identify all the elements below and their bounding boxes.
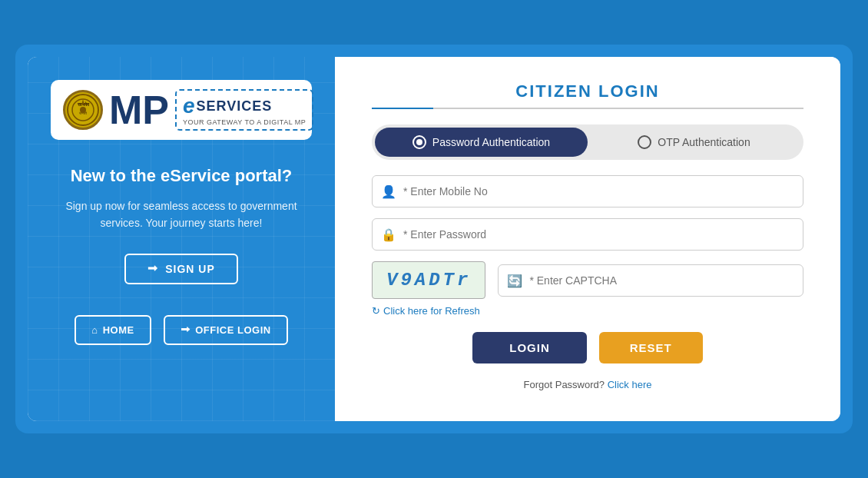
home-label: HOME — [103, 324, 134, 336]
logo-tagline: YOUR GATEWAY TO A DIGITAL MP — [183, 118, 306, 126]
password-radio-icon — [412, 135, 426, 149]
refresh-link[interactable]: ↻ Click here for Refresh — [372, 305, 803, 317]
logo-services-text: SERVICES — [197, 98, 273, 115]
logo-e-text: e — [183, 94, 195, 118]
password-auth-option[interactable]: Password Authentication — [375, 128, 588, 157]
office-icon: ⮕ — [181, 324, 191, 336]
refresh-text: Click here for Refresh — [383, 305, 480, 317]
forgot-link[interactable]: Click here — [608, 379, 652, 390]
left-subtext: Sign up now for seamless access to gover… — [51, 198, 312, 232]
title-divider — [372, 108, 803, 109]
left-panel: सत्यमेव जयते MP e SERVICES YOUR GATEWAY … — [28, 57, 335, 421]
logo-box: सत्यमेव जयते MP e SERVICES YOUR GATEWAY … — [51, 80, 312, 140]
captcha-image: V9ADTr — [372, 261, 485, 299]
otp-auth-option[interactable]: OTP Authentication — [588, 128, 800, 157]
captcha-input-group: 🔄 — [498, 264, 803, 297]
mobile-input[interactable] — [372, 175, 803, 207]
refresh-icon: ↻ — [372, 305, 380, 317]
signup-button[interactable]: ⮕ SIGN UP — [124, 254, 238, 284]
left-heading: New to the eService portal? — [71, 164, 293, 188]
login-button[interactable]: LOGIN — [472, 332, 587, 363]
bottom-btns: ⌂ HOME ⮕ OFFICE LOGIN — [75, 315, 287, 345]
signup-label: SIGN UP — [165, 263, 215, 275]
action-buttons: LOGIN RESET — [472, 332, 703, 363]
reset-button[interactable]: RESET — [599, 332, 703, 363]
captcha-row: V9ADTr 🔄 — [372, 261, 803, 299]
captcha-icon: 🔄 — [507, 273, 522, 287]
password-auth-label: Password Authentication — [432, 136, 550, 148]
right-panel: CITIZEN LOGIN Password Authentication OT… — [335, 57, 840, 421]
lock-icon: 🔒 — [381, 227, 396, 242]
mobile-input-group: 👤 — [372, 175, 803, 207]
auth-toggle: Password Authentication OTP Authenticati… — [372, 124, 803, 160]
office-login-button[interactable]: ⮕ OFFICE LOGIN — [164, 315, 288, 345]
captcha-input[interactable] — [498, 264, 803, 297]
page-title: CITIZEN LOGIN — [515, 81, 659, 101]
outer-card: सत्यमेव जयते MP e SERVICES YOUR GATEWAY … — [15, 45, 853, 433]
otp-auth-label: OTP Authentication — [658, 136, 750, 148]
forgot-static-text: Forgot Password? — [524, 379, 605, 390]
password-input[interactable] — [372, 218, 803, 251]
office-login-label: OFFICE LOGIN — [195, 324, 270, 336]
otp-radio-icon — [638, 135, 651, 149]
password-input-group: 🔒 — [372, 218, 803, 251]
signin-icon: ⮕ — [147, 263, 159, 275]
inner-wrapper: सत्यमेव जयते MP e SERVICES YOUR GATEWAY … — [28, 57, 840, 421]
logo-mp: MP — [109, 90, 169, 130]
user-icon: 👤 — [381, 184, 396, 199]
forgot-password-row: Forgot Password? Click here — [524, 379, 652, 390]
home-icon: ⌂ — [91, 324, 98, 336]
emblem-icon: सत्यमेव जयते — [63, 90, 103, 130]
logo-eservices: e SERVICES YOUR GATEWAY TO A DIGITAL MP — [175, 89, 313, 131]
home-button[interactable]: ⌂ HOME — [75, 315, 151, 345]
svg-point-5 — [80, 107, 86, 113]
